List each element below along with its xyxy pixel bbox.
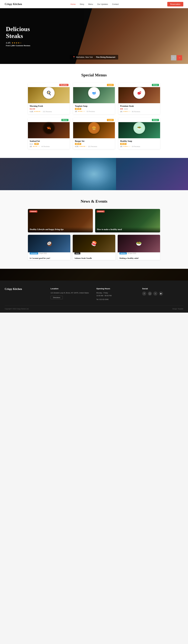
footer-bottom: Copyright © 2022 Crispy Kitchen Ltd. Des… (5, 308, 183, 310)
reservation-button[interactable]: Reservation (167, 2, 183, 6)
footer-logo: Crispy Kitchen (5, 288, 46, 290)
mid-banner (0, 158, 188, 190)
news-card-image: Featured How to make a healthy meal (95, 209, 160, 232)
menu-card-rating: 3/5 ★★★☆☆ 86 Reviews (120, 110, 158, 112)
menu-card-tag: Lunch (107, 119, 114, 121)
hero-location: Manhattan, New York (76, 56, 93, 58)
nav-menu[interactable]: Menu (88, 3, 93, 5)
nav-links: Home Story Menu Our Updates Contact (71, 3, 119, 6)
navbar: Crispy Kitchen Home Story Menu Our Updat… (0, 0, 188, 8)
footer-location-title: Location (51, 288, 92, 290)
footer-grid: Crispy Kitchen Location 121 Einstein Loo… (5, 288, 183, 301)
news-card-meta: Promoted 8 April 2022 (28, 252, 70, 256)
rating-number: 4.4/5 (6, 42, 11, 44)
footer-col-hours: Opening Hours Monday - Friday 10:00 AM -… (96, 288, 137, 301)
news-date: 30 April 2022 (128, 253, 136, 254)
youtube-icon[interactable]: ▶ (159, 292, 163, 296)
footer-col-location: Location 121 Einstein Loop N, Bronx, NY … (51, 288, 92, 301)
news-featured-badge: Featured (97, 210, 105, 212)
rating-num: 3/5 (75, 110, 77, 112)
menu-card-rating: 4.3/5 ★★★★☆ 102 Reviews (30, 110, 68, 112)
review-count: 50 Reviews (87, 110, 95, 112)
news-card-meta: News (73, 252, 115, 256)
rating-num: 3/5 (120, 146, 122, 147)
hero-prev-button[interactable]: ← (171, 55, 176, 60)
news-tag-badge: Meeting (119, 252, 127, 254)
review-count: 102 Reviews (43, 111, 52, 112)
news-featured-card[interactable]: Featured Healthy Lifestyle and happy liv… (28, 209, 93, 232)
nav-updates[interactable]: Our Updates (97, 3, 108, 5)
menu-card: 🥣 Lunch Tooplate Soup $24.50 3/5 ★★★☆☆ 5… (73, 83, 115, 114)
news-card-bg: 🥥 (28, 235, 70, 252)
menu-card-tag: Dinner (61, 119, 68, 121)
menu-card-name: Seafood Set (30, 140, 68, 142)
nav-home[interactable]: Home (71, 3, 76, 5)
price-old: $150 (124, 108, 128, 110)
news-featured-row: Featured Healthy Lifestyle and happy liv… (28, 209, 160, 232)
news-card-image: Featured Healthy Lifestyle and happy liv… (28, 209, 93, 232)
menu-card-rating: 4.3/5 ★★★★☆ 102 Reviews (75, 146, 113, 147)
menu-card-name: Premium Steak (120, 105, 158, 107)
hero-rating: 4.4/5 ★★★★☆ (6, 42, 30, 44)
menu-card-rating: 3/5 ★★★☆☆ 50 Reviews (75, 110, 113, 112)
news-card[interactable]: 🥗 Meeting 30 April 2022 Making a healthy… (118, 235, 160, 260)
twitter-icon[interactable]: t (153, 292, 157, 296)
rating-stars: ★★★★☆ (79, 146, 87, 147)
footer-top-bg (0, 269, 188, 280)
menu-card-tag: Breakfast (59, 84, 68, 86)
nav-story[interactable]: Story (80, 3, 84, 5)
menu-card-rating: 3/5 ★★★☆☆ 64 Reviews (120, 146, 158, 147)
rating-stars: ★★★☆☆ (123, 110, 131, 112)
news-card-title: Is Coconut good for you? (28, 256, 70, 260)
menu-card-image: 🦐 Dinner (28, 118, 70, 138)
news-card[interactable]: 🥥 Promoted 8 April 2022 Is Coconut good … (28, 235, 70, 260)
review-count: 64 Reviews (132, 146, 140, 147)
hero-next-button[interactable]: → (177, 55, 182, 60)
banner-person-image (72, 158, 116, 190)
menu-card-prices: $34.20 (120, 143, 158, 145)
menu-card: 🍔 Lunch Burger Set $20.50 4.3/5 ★★★★☆ 10… (73, 118, 115, 149)
news-card-image: 🥥 (28, 235, 70, 252)
rating-num: 4.3/5 (75, 146, 78, 147)
rating-num: 4.3/5 (30, 111, 33, 112)
hero-content: Delicious Steaks 4.4/5 ★★★★☆ From 1,206+… (0, 26, 36, 46)
footer-tel: Tel: 013-02-0340 (96, 298, 137, 301)
news-card-overlay: How to make a healthy meal (95, 227, 160, 232)
menu-card-bg: 🍔 (73, 122, 115, 138)
instagram-icon[interactable]: ◯ (148, 292, 152, 296)
news-card-title: Salmon Steak Noodle (73, 256, 115, 260)
menu-card-bg: 🍳 (28, 87, 70, 103)
footer-divider (5, 306, 183, 306)
menu-card-bg: 🥗 (118, 122, 160, 138)
menu-card-name: Burger Set (75, 140, 113, 142)
news-tag-badge: Promoted (30, 252, 38, 254)
menu-card: 🥩 Dinner Premium Steak $45 $150 3/5 ★★★☆… (118, 83, 160, 114)
footer-hours-time: 10:00 AM - 08:00 PM (96, 294, 137, 297)
rating-stars: ★★★☆☆ (78, 110, 85, 112)
menu-card-body: Burger Set $20.50 4.3/5 ★★★★☆ 102 Review… (73, 138, 115, 149)
facebook-icon[interactable]: f (142, 292, 146, 296)
menu-card-name: Healthy Soup (120, 140, 158, 142)
menu-card-name: Tooplate Soup (75, 105, 113, 107)
menu-card-bg: 🥩 (118, 87, 160, 103)
footer-social-title: Social (142, 288, 183, 290)
news-card[interactable]: 🍣 News Salmon Steak Noodle (73, 235, 115, 260)
menu-card-tag: Dinner (152, 119, 159, 121)
menu-card-image: 🥣 Lunch (73, 83, 115, 103)
review-count: 102 Reviews (88, 146, 97, 147)
price-badge: $24.50 (75, 108, 81, 110)
rating-stars: ★★★☆☆ (123, 146, 131, 147)
menu-card: 🍳 Breakfast Morning Fresh $12.50 4.3/5 ★… (28, 83, 70, 114)
footer-hours-title: Opening Hours (96, 288, 137, 290)
directions-button[interactable]: Directions (51, 296, 63, 299)
menu-card: 🥗 Dinner Healthy Soup $34.20 3/5 ★★★☆☆ 6… (118, 118, 160, 149)
hero-restaurant-label: Fine Dining Restaurant (96, 56, 115, 58)
menu-card-prices: $45 $150 (120, 108, 158, 110)
nav-contact[interactable]: Contact (112, 3, 119, 5)
location-pin-icon: 📍 (73, 56, 75, 58)
menu-card-body: Seafood Set $124 $98 3/5 ★★★☆☆ 44 Review… (28, 138, 70, 149)
menu-card-body: Tooplate Soup $24.50 3/5 ★★★☆☆ 50 Review… (73, 103, 115, 114)
menu-card-prices: $124 $98 (30, 143, 68, 145)
news-cards-row: 🥥 Promoted 8 April 2022 Is Coconut good … (28, 235, 160, 260)
news-featured-card[interactable]: Featured How to make a healthy meal (95, 209, 160, 232)
